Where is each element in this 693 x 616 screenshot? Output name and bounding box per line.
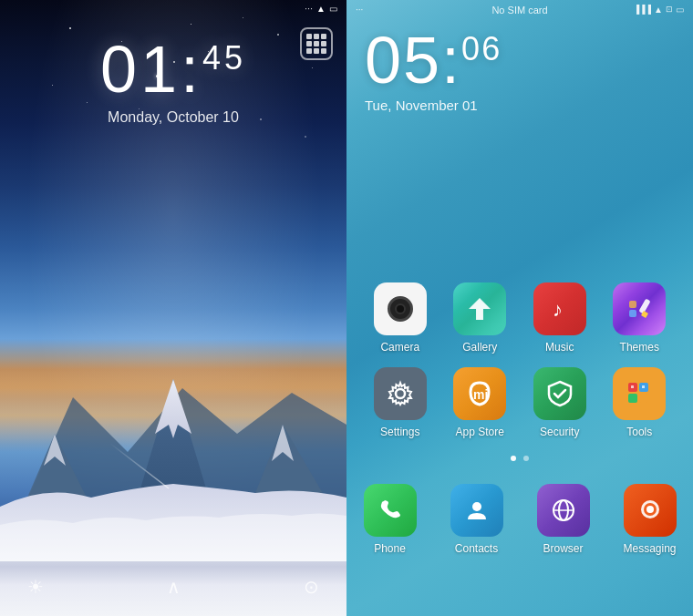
lock-bottom-bar: ☀ ∧ ⊙ [0, 576, 346, 598]
music-label: Music [545, 341, 574, 354]
home-status-right: ▐▐▐ ▲ ⊡ ▭ [634, 5, 684, 15]
lock-status-icons: ··· ▲ ▭ [305, 3, 337, 14]
app-item-settings[interactable]: Settings [364, 367, 437, 438]
security-label: Security [540, 426, 579, 438]
app-item-themes[interactable]: Themes [603, 282, 676, 354]
app-item-appstore[interactable]: mi App Store [443, 367, 516, 438]
home-signal-dots: ··· [356, 5, 363, 15]
home-status-bar: ··· No SIM card ▐▐▐ ▲ ⊡ ▭ [346, 0, 693, 18]
app-item-gallery[interactable]: Gallery [443, 282, 516, 354]
app-grid: Camera Gallery ♪ Music [346, 282, 693, 443]
svg-marker-10 [471, 300, 489, 319]
home-signal-icon: ▐▐▐ [634, 5, 651, 14]
browser-label: Browser [543, 542, 583, 555]
tools-svg [624, 378, 655, 409]
camera-label: Camera [380, 341, 419, 354]
security-icon [533, 367, 586, 420]
browser-icon [537, 484, 590, 537]
themes-icon [613, 282, 666, 335]
lock-wifi-icon: ▲ [316, 4, 326, 14]
flashlight-icon[interactable]: ☀ [27, 576, 44, 598]
messaging-icon [624, 484, 677, 537]
camera-lens [388, 296, 413, 322]
grid-icon-button[interactable] [300, 27, 333, 60]
themes-svg [624, 293, 655, 324]
app-item-contacts[interactable]: Contacts [440, 484, 513, 555]
browser-svg [549, 496, 578, 525]
appstore-icon: mi [453, 367, 506, 420]
page-dot-1 [511, 456, 516, 461]
phone-icon [364, 484, 417, 537]
lock-signal-icon: ··· [305, 3, 313, 14]
themes-label: Themes [620, 341, 659, 354]
music-icon: ♪ [533, 282, 586, 335]
contacts-svg [463, 497, 491, 524]
svg-rect-20 [628, 394, 637, 403]
lock-colon: : [181, 33, 202, 106]
mountain-layer [0, 306, 346, 561]
svg-text:♪: ♪ [553, 298, 563, 321]
svg-text:mi: mi [473, 387, 488, 402]
lock-clock: 01:45 [0, 36, 346, 102]
grid-dots-pattern [306, 34, 326, 54]
lock-date: Monday, October 10 [0, 109, 346, 126]
svg-rect-21 [639, 394, 648, 403]
lock-screen: ··· ▲ ▭ 01:45 Monday, October 10 ☀ ∧ ⊙ [0, 0, 346, 616]
home-hours: 05 [365, 24, 441, 97]
tools-label: Tools [626, 426, 652, 438]
lock-time-display: 01:45 Monday, October 10 [0, 36, 346, 126]
home-minutes: 06 [461, 30, 502, 67]
dock-row: Phone Contacts [346, 484, 693, 555]
home-screen-icon: ⊡ [666, 5, 673, 14]
appstore-label: App Store [456, 426, 504, 438]
camera-shortcut-icon[interactable]: ⊙ [304, 576, 319, 598]
svg-rect-15 [629, 310, 636, 317]
security-svg [545, 379, 574, 408]
settings-svg [386, 379, 415, 408]
contacts-label: Contacts [455, 542, 498, 555]
home-screen: ··· No SIM card ▐▐▐ ▲ ⊡ ▭ 05:06 Tue, Nov… [346, 0, 693, 616]
app-item-phone[interactable]: Phone [354, 484, 427, 555]
app-item-security[interactable]: Security [523, 367, 596, 438]
svg-point-30 [646, 506, 654, 513]
app-item-music[interactable]: ♪ Music [523, 282, 596, 354]
appstore-svg: mi [463, 377, 496, 410]
svg-rect-14 [629, 301, 636, 308]
lock-minutes: 45 [202, 39, 246, 77]
lock-hours: 01 [100, 33, 181, 106]
camera-icon [374, 282, 427, 335]
gallery-icon [453, 282, 506, 335]
swipe-up-indicator: ∧ [167, 576, 181, 598]
home-wifi-icon: ▲ [654, 5, 663, 15]
camera-lens-inner [395, 303, 406, 314]
svg-rect-23 [642, 385, 645, 388]
tools-icon [613, 367, 666, 420]
svg-point-24 [472, 502, 481, 511]
home-date: Tue, November 01 [365, 98, 502, 113]
home-time-display: 05:06 Tue, November 01 [365, 27, 502, 113]
app-item-tools[interactable]: Tools [603, 367, 676, 438]
page-indicators [346, 456, 693, 461]
home-status-left: ··· [356, 5, 363, 15]
gallery-svg [465, 294, 494, 323]
svg-rect-22 [631, 385, 634, 388]
app-item-camera[interactable]: Camera [364, 282, 437, 354]
music-svg: ♪ [545, 294, 574, 323]
messaging-label: Messaging [623, 542, 676, 555]
lock-status-bar: ··· ▲ ▭ [0, 0, 346, 18]
app-row-1: Camera Gallery ♪ Music [360, 282, 679, 354]
home-battery-icon: ▭ [676, 5, 684, 15]
messaging-svg [636, 496, 665, 525]
settings-icon [374, 367, 427, 420]
app-item-browser[interactable]: Browser [527, 484, 600, 555]
contacts-icon [450, 484, 503, 537]
app-row-2: Settings mi App Store [360, 367, 679, 438]
phone-svg [377, 497, 404, 524]
lock-battery-icon: ▭ [329, 4, 337, 14]
app-item-messaging[interactable]: Messaging [614, 484, 687, 555]
gallery-label: Gallery [462, 341, 497, 354]
home-clock: 05:06 [365, 27, 502, 93]
svg-point-16 [396, 389, 405, 398]
no-sim-label: No SIM card [491, 5, 547, 15]
home-dock: Phone Contacts [346, 475, 693, 616]
